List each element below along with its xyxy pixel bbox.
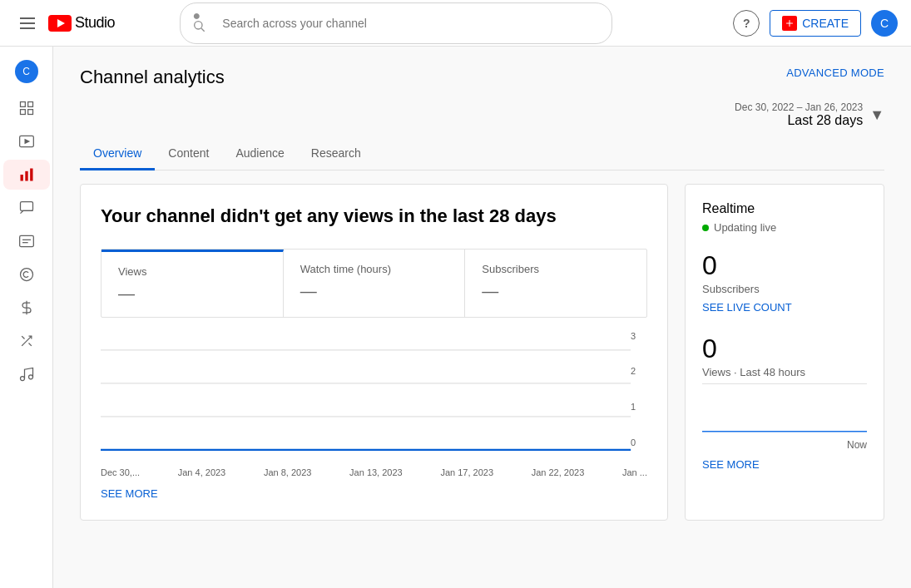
chart-area: 3210	[101, 331, 647, 464]
music-icon	[18, 366, 35, 383]
help-button[interactable]: ?	[733, 10, 760, 37]
search-input[interactable]	[222, 17, 600, 30]
metric-subscribers[interactable]: Subscribers —	[465, 250, 646, 317]
x-label: Jan 8, 2023	[264, 467, 312, 477]
realtime-title: Realtime	[702, 201, 867, 216]
avatar[interactable]: C	[871, 10, 898, 37]
svg-rect-13	[20, 202, 32, 211]
dollar-icon	[18, 299, 35, 316]
see-live-count-link[interactable]: SEE LIVE COUNT	[702, 301, 792, 314]
logo[interactable]: Studio	[48, 14, 115, 32]
page-header: Channel analytics ADVANCED MODE	[80, 67, 884, 88]
x-label: Jan 4, 2023	[178, 467, 226, 477]
sidebar-item-audio[interactable]	[3, 359, 50, 389]
advanced-mode-link[interactable]: ADVANCED MODE	[786, 67, 884, 79]
date-range-value: Last 28 days	[735, 113, 863, 128]
x-label: Jan 17, 2023	[440, 467, 493, 477]
y-label: 2	[631, 366, 647, 376]
plus-icon	[785, 18, 795, 28]
create-button[interactable]: CREATE	[770, 10, 861, 37]
sidebar-item-subtitles[interactable]	[3, 226, 50, 256]
comment-icon	[18, 200, 35, 216]
subtitles-icon	[18, 233, 35, 250]
tabs: OverviewContentAudienceResearch	[80, 138, 884, 170]
sidebar: C	[0, 47, 53, 588]
svg-point-23	[28, 375, 32, 379]
tab-content[interactable]: Content	[155, 138, 222, 170]
y-label: 1	[631, 402, 647, 412]
sidebar-item-monetization[interactable]	[3, 293, 50, 323]
page-title: Channel analytics	[80, 67, 225, 88]
realtime-status: Updating live	[702, 221, 867, 234]
youtube-logo-icon	[48, 15, 72, 32]
date-range-dropdown[interactable]: ▼	[869, 106, 884, 124]
sidebar-item-comments[interactable]	[3, 193, 50, 223]
svg-point-22	[20, 377, 24, 381]
metric-value-watch_time: —	[300, 282, 448, 301]
magic-icon	[18, 333, 35, 349]
bar-chart-icon	[18, 166, 35, 183]
x-label: Jan 13, 2023	[349, 467, 403, 477]
metric-label-watch_time: Watch time (hours)	[300, 263, 448, 275]
subscribers-count: 0	[702, 250, 867, 281]
tab-research[interactable]: Research	[298, 138, 374, 170]
sidebar-item-analytics[interactable]	[3, 160, 50, 190]
grid-icon	[18, 100, 35, 116]
metric-views[interactable]: Views —	[101, 250, 284, 317]
sidebar-item-avatar[interactable]: C	[3, 53, 50, 90]
x-label: Jan 22, 2023	[532, 467, 585, 477]
metric-watch_time[interactable]: Watch time (hours) —	[284, 250, 466, 317]
main-content: Channel analytics ADVANCED MODE Dec 30, …	[53, 47, 911, 588]
svg-rect-12	[30, 169, 32, 181]
metric-label-subscribers: Subscribers	[482, 263, 630, 275]
svg-marker-9	[24, 139, 30, 145]
chart-svg	[101, 331, 647, 464]
search-icon: ●	[192, 8, 215, 38]
svg-rect-5	[27, 102, 32, 107]
realtime-see-more-link[interactable]: SEE MORE	[702, 458, 760, 471]
views-count: 0	[702, 334, 867, 364]
see-more-link[interactable]: SEE MORE	[101, 487, 158, 500]
metric-value-subscribers: —	[482, 282, 630, 301]
svg-point-2	[195, 22, 202, 29]
metric-value-views: —	[118, 284, 266, 304]
x-axis-labels: Dec 30,...Jan 4, 2023Jan 8, 2023Jan 13, …	[101, 464, 647, 477]
no-views-message: Your channel didn't get any views in the…	[101, 205, 647, 229]
topnav-right: ? CREATE C	[733, 10, 898, 37]
analytics-panel: Your channel didn't get any views in the…	[80, 184, 668, 521]
topnav-left: Studio	[13, 11, 115, 36]
svg-point-17	[20, 269, 32, 281]
svg-rect-11	[25, 171, 27, 181]
date-range-section: Dec 30, 2022 – Jan 26, 2023 Last 28 days…	[80, 101, 884, 128]
sidebar-avatar: C	[15, 60, 38, 83]
metric-label-views: Views	[118, 265, 266, 278]
mini-chart-svg	[702, 394, 867, 436]
mini-chart	[702, 394, 867, 436]
layout: C	[0, 47, 911, 588]
y-label: 0	[631, 437, 647, 447]
svg-rect-7	[27, 110, 32, 115]
y-label: 3	[631, 331, 647, 341]
y-axis-labels: 3210	[631, 331, 647, 447]
svg-rect-4	[20, 102, 25, 107]
svg-rect-10	[20, 175, 22, 181]
sidebar-item-customization[interactable]	[3, 326, 50, 356]
views-label: Views · Last 48 hours	[702, 366, 867, 378]
tab-overview[interactable]: Overview	[80, 138, 155, 170]
svg-line-20	[22, 336, 24, 338]
create-label: CREATE	[802, 17, 849, 30]
status-dot	[702, 225, 709, 231]
menu-button[interactable]	[13, 11, 42, 36]
content-area: Your channel didn't get any views in the…	[80, 184, 884, 521]
date-range-text: Dec 30, 2022 – Jan 26, 2023 Last 28 days	[735, 101, 863, 128]
sidebar-item-dashboard[interactable]	[3, 93, 50, 123]
sidebar-item-videos[interactable]	[3, 126, 50, 156]
svg-line-21	[28, 343, 31, 346]
subscribers-label: Subscribers	[702, 283, 867, 295]
status-text: Updating live	[714, 221, 776, 234]
tab-audience[interactable]: Audience	[222, 138, 297, 170]
sidebar-item-copyright[interactable]	[3, 259, 50, 289]
svg-rect-14	[19, 235, 33, 246]
studio-wordmark: Studio	[75, 14, 115, 32]
now-label: Now	[702, 439, 867, 451]
